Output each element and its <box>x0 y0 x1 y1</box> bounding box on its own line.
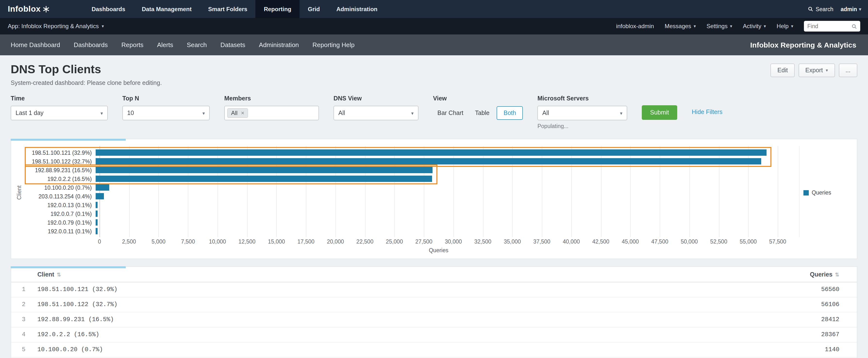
caret-down-icon: ▾ <box>198 110 205 116</box>
client-cell[interactable]: 10.100.0.20 (0.7%) <box>35 342 558 357</box>
top-n-select[interactable]: 10 ▾ <box>122 106 210 120</box>
more-button[interactable]: ... <box>839 64 857 77</box>
infoblox-logo[interactable]: Infoblox <box>8 0 49 18</box>
app-selector[interactable]: App: Infoblox Reporting & Analytics ▾ <box>8 23 104 30</box>
table-row[interactable]: 1198.51.100.121 (32.9%)56560 <box>11 282 857 297</box>
x-tick-label: 0 <box>98 239 101 245</box>
time-select[interactable]: Last 1 day ▾ <box>11 106 108 120</box>
table-row[interactable]: 3192.88.99.231 (16.5%)28412 <box>11 312 857 327</box>
client-cell[interactable]: 198.51.100.121 (32.9%) <box>35 282 558 297</box>
search-icon <box>808 6 813 12</box>
queries-column-header[interactable]: Queries⇅ <box>558 267 857 282</box>
client-cell[interactable]: 198.51.100.122 (32.7%) <box>35 297 558 312</box>
close-icon[interactable]: × <box>241 110 244 117</box>
chart-bar-row: 192.0.0.11 (0.1%) <box>24 227 800 236</box>
chart-bar-track <box>96 227 778 236</box>
caret-down-icon: ▾ <box>694 24 696 29</box>
dns-view-select[interactable]: All ▾ <box>334 106 418 120</box>
appbar-item-settings[interactable]: Settings▾ <box>707 23 732 30</box>
table-row[interactable]: 4192.0.2.2 (16.5%)28367 <box>11 327 857 342</box>
nav-item-dashboards[interactable]: Dashboards <box>67 34 115 55</box>
chart-bar[interactable] <box>96 150 767 156</box>
chart-bar[interactable] <box>96 184 109 191</box>
y-axis-title: Client <box>15 146 24 239</box>
appbar-item-user[interactable]: infoblox-admin <box>616 23 654 30</box>
nav-item-search[interactable]: Search <box>180 34 214 55</box>
x-tick-label: 30,000 <box>445 239 462 245</box>
chart-bar[interactable] <box>96 193 104 199</box>
edit-button[interactable]: Edit <box>771 64 795 77</box>
sort-icon[interactable]: ⇅ <box>57 272 61 278</box>
nav-item-home-dashboard[interactable]: Home Dashboard <box>4 34 67 55</box>
user-menu[interactable]: admin ▾ <box>841 6 861 12</box>
topbar-item-data-management[interactable]: Data Management <box>133 0 200 18</box>
microsoft-servers-select[interactable]: All ▾ <box>537 106 627 120</box>
chart-bar-row: 198.51.100.122 (32.7%) <box>24 157 800 166</box>
chart-bar-row: 192.0.2.2 (16.5%) <box>24 175 800 183</box>
queries-cell[interactable]: 28412 <box>558 312 857 327</box>
chart-bar-track <box>96 149 778 157</box>
nav-item-administration[interactable]: Administration <box>252 34 306 55</box>
topbar-item-administration[interactable]: Administration <box>328 0 386 18</box>
chart-bar[interactable] <box>96 158 761 164</box>
view-option-both[interactable]: Both <box>497 106 523 120</box>
table-row[interactable]: 2198.51.100.122 (32.7%)56106 <box>11 297 857 312</box>
client-cell[interactable]: 192.88.99.231 (16.5%) <box>35 312 558 327</box>
x-tick-label: 15,000 <box>268 239 285 245</box>
chart-rows: 198.51.100.121 (32.9%)198.51.100.122 (32… <box>24 146 800 237</box>
nav-item-reports[interactable]: Reports <box>115 34 150 55</box>
nav-item-datasets[interactable]: Datasets <box>214 34 252 55</box>
members-token-all[interactable]: All × <box>227 108 248 118</box>
appbar-item-messages[interactable]: Messages▾ <box>664 23 696 30</box>
queries-cell[interactable]: 1140 <box>558 342 857 357</box>
queries-cell[interactable]: 56560 <box>558 282 857 297</box>
chart-bar[interactable] <box>96 202 98 208</box>
members-input[interactable]: All × <box>224 106 319 120</box>
topbar-item-smart-folders[interactable]: Smart Folders <box>200 0 256 18</box>
chart-bar-track <box>96 192 778 201</box>
microsoft-servers-label: Microsoft Servers <box>537 95 627 102</box>
queries-cell[interactable]: 28367 <box>558 327 857 342</box>
table-row[interactable]: 510.100.0.20 (0.7%)1140 <box>11 342 857 357</box>
appbar-item-help[interactable]: Help▾ <box>777 23 793 30</box>
hide-filters-link[interactable]: Hide Filters <box>692 109 722 116</box>
export-button[interactable]: Export▾ <box>799 64 835 77</box>
x-tick-label: 27,500 <box>415 239 432 245</box>
chart-bar[interactable] <box>96 228 98 234</box>
x-tick-label: 10,000 <box>209 239 226 245</box>
x-tick-label: 40,000 <box>563 239 580 245</box>
client-cell[interactable]: 192.0.2.2 (16.5%) <box>35 327 558 342</box>
row-index: 3 <box>11 312 35 327</box>
nav-item-reporting-help[interactable]: Reporting Help <box>306 34 361 55</box>
find-input[interactable] <box>807 23 851 29</box>
filter-members: Members All × <box>224 95 319 120</box>
view-option-bar-chart[interactable]: Bar Chart <box>433 107 468 119</box>
caret-down-icon: ▾ <box>859 6 861 11</box>
title-block: DNS Top Clients System-created dashboard… <box>11 63 162 86</box>
global-search[interactable]: Search <box>808 6 833 12</box>
chart-category-label: 192.88.99.231 (16.5%) <box>24 167 96 173</box>
chart-category-label: 198.51.100.121 (32.9%) <box>24 150 96 156</box>
appbar-item-activity[interactable]: Activity▾ <box>743 23 766 30</box>
topbar-item-reporting[interactable]: Reporting <box>256 0 300 18</box>
caret-down-icon: ▾ <box>826 68 828 73</box>
client-column-header[interactable]: Client⇅ <box>35 267 558 282</box>
queries-cell[interactable]: 56106 <box>558 297 857 312</box>
chart-legend[interactable]: Queries <box>800 146 849 239</box>
chart-bar[interactable] <box>96 210 98 217</box>
row-index: 5 <box>11 342 35 357</box>
topbar-item-dashboards[interactable]: Dashboards <box>83 0 133 18</box>
sort-icon[interactable]: ⇅ <box>835 272 839 278</box>
nav-item-alerts[interactable]: Alerts <box>150 34 180 55</box>
topbar-item-grid[interactable]: Grid <box>300 0 328 18</box>
view-option-table[interactable]: Table <box>471 107 494 119</box>
table-panel: Client⇅ Queries⇅ 1198.51.100.121 (32.9%)… <box>11 266 857 358</box>
chart-plot: 198.51.100.121 (32.9%)198.51.100.122 (32… <box>24 146 800 256</box>
chart-bar[interactable] <box>96 167 433 173</box>
chart-bar-track <box>96 201 778 209</box>
more-icon: ... <box>845 67 850 74</box>
submit-button[interactable]: Submit <box>642 105 677 120</box>
chart-bar[interactable] <box>96 219 98 226</box>
chart-bar[interactable] <box>96 175 432 182</box>
search-icon <box>851 24 857 29</box>
